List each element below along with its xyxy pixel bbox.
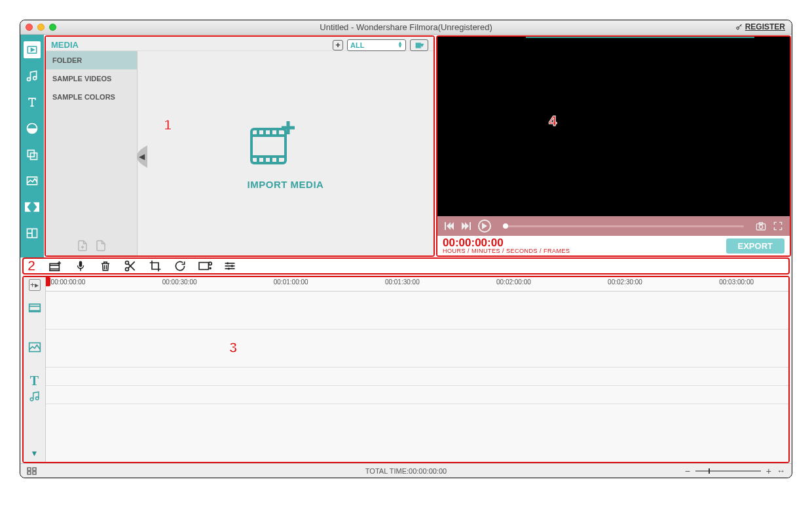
window-zoom-button[interactable] [49,24,56,31]
svg-rect-67 [28,472,31,474]
crop-button[interactable] [148,259,162,273]
ruler-tick: 00:00:00:00 [51,278,86,286]
new-folder-icon[interactable] [77,239,88,252]
play-button[interactable] [478,219,491,233]
collapse-folder-handle[interactable]: ◀ [137,145,147,168]
import-media-label: IMPORT MEDIA [248,179,324,190]
playhead[interactable] [46,277,55,286]
ruler-tick: 00:01:30:00 [385,278,420,286]
svg-point-63 [30,398,33,401]
svg-rect-16 [251,129,286,163]
annotation-2: 2 [28,257,35,274]
svg-marker-35 [482,223,487,229]
goto-start-button[interactable] [444,221,454,231]
track-extra[interactable] [46,404,788,462]
titlebar: Untitled - Wondershare Filmora(Unregiste… [20,20,792,35]
svg-point-37 [759,225,762,229]
tab-filters[interactable] [24,120,41,137]
status-bar: TOTAL TIME:00:00:00:00 − + ↔ [20,463,792,478]
timecode-label: HOURS / MINUTES / SECONDS / FRAMES [443,248,570,254]
timeline[interactable]: 00:00:00:00 00:00:30:00 00:01:00:00 00:0… [46,277,788,462]
total-time-label: TOTAL TIME:00:00:00:00 [20,467,792,475]
zoom-in-button[interactable]: + [766,466,771,476]
audio-track-icon[interactable] [27,390,43,402]
track-audio[interactable] [46,386,788,404]
record-button[interactable] [48,259,63,273]
add-media-button[interactable]: + [333,40,343,50]
media-filter-value: ALL [350,41,364,49]
fullscreen-button[interactable] [773,221,783,231]
add-track-icon[interactable]: +▸ [29,279,41,291]
rotate-button[interactable] [173,259,187,273]
annotation-1: 1 [164,117,172,134]
ruler-tick: 00:00:30:00 [162,278,197,286]
svg-point-64 [35,397,39,400]
edit-toolbar: 2 [22,257,790,274]
playback-controls [437,216,790,236]
media-drop-area[interactable]: ◀ [138,51,434,256]
media-folder-root[interactable]: FOLDER [46,51,137,69]
svg-point-57 [231,265,233,267]
svg-point-56 [227,262,229,264]
window-title: Untitled - Wondershare Filmora(Unregiste… [20,22,792,32]
goto-end-button[interactable] [461,221,471,231]
speed-button[interactable] [198,259,212,273]
settings-button[interactable] [223,259,237,273]
svg-point-4 [33,77,37,80]
track-video[interactable] [46,292,788,330]
svg-rect-44 [79,261,83,267]
fit-zoom-button[interactable]: ↔ [777,466,785,476]
register-link[interactable]: REGISTER [735,22,785,31]
thumbnail-view-toggle[interactable]: ▦▾ [410,39,428,51]
ruler-tick: 00:02:30:00 [608,278,642,286]
tab-text[interactable] [24,94,41,111]
svg-rect-39 [50,263,59,271]
zoom-slider[interactable] [695,470,761,472]
split-button[interactable] [123,259,138,273]
side-tabs [20,35,44,257]
media-folder-samplecolors[interactable]: SAMPLE COLORS [46,88,137,106]
timeline-ruler[interactable]: 00:00:00:00 00:00:30:00 00:01:00:00 00:0… [46,277,788,292]
tab-transitions[interactable] [24,199,41,216]
tab-splitscreen[interactable] [24,225,41,242]
timeline-view-icon[interactable] [27,467,37,475]
tab-overlays[interactable] [24,146,41,163]
text-track-icon[interactable]: T [27,375,43,387]
svg-point-58 [228,268,230,270]
timeline-track-icons: +▸ T ▼ [24,277,46,462]
preview-accent-bar [526,37,755,38]
track-image[interactable] [46,330,788,368]
delete-folder-icon[interactable] [95,239,107,252]
snapshot-button[interactable] [756,221,766,231]
media-header-label: MEDIA [51,40,79,50]
delete-button[interactable] [98,259,113,273]
export-button[interactable]: EXPORT [726,238,784,254]
media-filter-dropdown[interactable]: ALL ▲▼ [347,39,406,51]
tab-elements[interactable] [24,172,41,189]
tab-media[interactable] [24,41,41,58]
image-track-icon[interactable] [27,339,43,355]
track-text[interactable] [46,368,788,386]
window-minimize-button[interactable] [37,24,45,31]
svg-marker-2 [31,48,35,52]
svg-rect-65 [28,468,31,470]
svg-rect-29 [445,222,446,230]
media-folder-samplevideos[interactable]: SAMPLE VIDEOS [46,69,137,88]
annotation-4: 4 [549,113,557,130]
preview-progress[interactable] [503,225,744,227]
svg-point-3 [28,78,31,81]
timeline-collapse-icon[interactable]: ▼ [27,447,43,459]
ruler-tick: 00:01:00:00 [274,278,308,286]
zoom-out-button[interactable]: − [685,466,690,476]
svg-marker-33 [465,222,469,230]
video-track-icon[interactable] [27,300,43,316]
window-close-button[interactable] [26,24,33,31]
preview-panel: 4 [436,35,791,257]
register-label: REGISTER [745,22,785,31]
preview-viewport: 4 [437,37,790,216]
svg-rect-68 [33,472,36,474]
tab-music[interactable] [24,67,41,85]
import-media-button[interactable]: IMPORT MEDIA [248,117,324,190]
timecode-value: 00:00:00:00 [443,237,570,248]
voiceover-button[interactable] [73,259,88,273]
